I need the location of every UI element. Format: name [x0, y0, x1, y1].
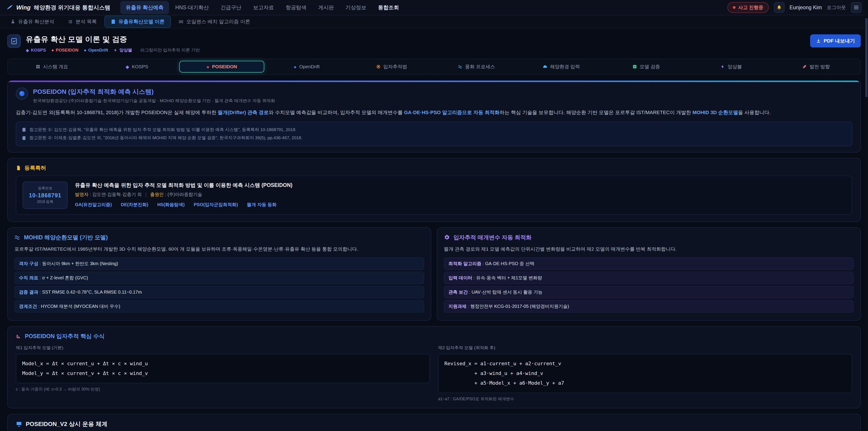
- nav-right: 사고 진행중 Eunjeong Kim 로그아웃: [727, 2, 862, 13]
- wing-logo-icon: [6, 4, 13, 11]
- inventor-value: 김도연·김용혁·김충기 외: [92, 192, 142, 197]
- tag-drifter: 뜰개 자동 동화: [247, 202, 277, 208]
- section-tab-validation[interactable]: 모델 검증: [604, 60, 689, 73]
- grid-icon: [36, 64, 40, 69]
- highlight-mohid: MOHID 3D 순환모델: [692, 110, 738, 115]
- main-menu: 유출유 확산예측 HNS·대기확산 긴급구난 보고자료 항공탐색 게시판 기상정…: [120, 1, 404, 14]
- patent-detail: 등록번호 10-1868791 2018 등록 유출유 확산 예측을 위한 입자…: [16, 176, 852, 215]
- tab-label: 오일펜스 배치 알고리즘 이론: [186, 18, 250, 25]
- optimization-card-title: 입자추적 매개변수 자동 최적화: [444, 234, 854, 241]
- optimization-description: 뜰개 관측 경로와 제1 모델 예측값의 단위시간별 변화량을 비교하여 제2 …: [444, 245, 854, 253]
- notifications-button[interactable]: [774, 2, 784, 13]
- formula-2-code: Revised_x = a1·current_u + a2·current_v …: [438, 354, 852, 393]
- formula-1-caption: c : 풍속 가중치 (예: c=0.3 → 바람의 30% 반영): [16, 387, 430, 392]
- tab-model-theory[interactable]: 유출유확산모델 이론: [104, 16, 171, 28]
- alert-dot-icon: [733, 6, 736, 9]
- bell-icon: [776, 4, 782, 10]
- brand[interactable]: Wing 해양환경 위기대응 통합시스템: [6, 4, 110, 11]
- poseidon-badge: ●POSEIDON: [51, 48, 79, 53]
- brand-wing: Wing: [16, 4, 31, 11]
- dot-icon: ●: [84, 48, 86, 53]
- references-box: 참고문헌 ①: 김도연·김용혁, "유출유 확산 예측을 위한 입자 추적 모델…: [16, 122, 852, 146]
- formula-model-1: 제1 입자추적 모델 (기본) Model_x = Δt × current_u…: [16, 345, 430, 402]
- applicant-value: (주)아라종합기술: [167, 192, 202, 197]
- patent-algorithm-tags: GA(유전알고리즘) DE(차분진화) HS(화음탐색) PSO(입자군집최적화…: [75, 202, 292, 208]
- applicant-label: 출원인: [150, 192, 167, 197]
- hamburger-menu-button[interactable]: [851, 2, 862, 13]
- user-name: Eunjeong Kim: [789, 4, 822, 11]
- tab-label: 유출유확산모델 이론: [119, 18, 164, 25]
- nav-item-aerial[interactable]: 항공탐색: [280, 1, 312, 14]
- scrollbar-thumb[interactable]: [865, 18, 868, 97]
- section-tabs: 시스템 개요 ◆ KOSPS ● POSEIDON ● OpenDrift 입자…: [7, 59, 861, 75]
- section-tab-kosps[interactable]: ◆ KOSPS: [94, 61, 180, 72]
- nav-item-board[interactable]: 게시판: [313, 1, 339, 14]
- tag-pso: PSO(입자군집최적화): [194, 202, 238, 208]
- page-header: 유출유 확산 모델 이론 및 검증 ◆KOSPS ●POSEIDON ●Open…: [0, 29, 868, 57]
- wave-icon: [458, 64, 463, 69]
- spec-row: 최적화 알고리즘GA·DE·HS·PSO 중 선택: [444, 257, 854, 270]
- registration-number: 10-1868791: [29, 192, 61, 199]
- section-tab-particle-tracking[interactable]: 입자추적법: [349, 60, 434, 73]
- spec-row: 관측 보간UAV·선박 탑재 센서 동시 활용 가능: [444, 286, 854, 298]
- highlight-algorithms: GA·DE·HS·PSO 알고리즘으로 자동 최적화: [404, 110, 500, 115]
- target-icon: [376, 64, 381, 69]
- nav-item-rescue[interactable]: 긴급구난: [215, 1, 247, 14]
- mohid-card: MOHID 해양순환모델 (기반 모델) 포르투갈 IST/MARETEC에서 …: [7, 227, 431, 321]
- spec-row: 경계조건HYCOM 재분석 (MYOCEAN 대비 우수): [14, 300, 424, 313]
- model-doc-icon: [7, 34, 21, 48]
- spec-row: 검증 결과SST RMSE 0.42~0.78°C, SLA RMSE 0.11…: [14, 286, 424, 298]
- diamond-icon: ◆: [125, 64, 129, 69]
- reference-2: 참고문헌 ②: 이재호·임별훈·김도연 외, "2016년 동아시아 해역의 M…: [22, 134, 846, 142]
- badge-row: ◆KOSPS ●POSEIDON ●OpenDrift 앙상블 라그랑지안 입자…: [26, 47, 200, 53]
- dot-icon: ●: [51, 48, 54, 53]
- patent-registration-badge: 등록번호 10-1868791 2018 등록: [23, 182, 68, 209]
- section-tab-overview[interactable]: 시스템 개요: [9, 60, 94, 73]
- spec-row: 지원과제행정안전부 KCG-01-2017-05 (해양경비지원기술): [444, 300, 854, 313]
- tab-spill-analysis[interactable]: 유출유 확산분석: [4, 16, 60, 27]
- operation-card: POSEIDON_V2 상시 운용 체계 외부 입력 자료 HYCOM 해류·수…: [7, 414, 861, 431]
- kosps-badge: ◆KOSPS: [26, 48, 46, 53]
- nav-item-integrated-search[interactable]: 통합조회: [373, 1, 404, 14]
- section-tab-poseidon[interactable]: ● POSEIDON: [179, 61, 264, 72]
- hamburger-icon: [853, 4, 859, 10]
- pdf-export-button[interactable]: PDF 내보내기: [810, 34, 861, 48]
- section-tab-ocean-input[interactable]: 해양환경 입력: [519, 60, 604, 73]
- monitor-icon: [16, 421, 22, 427]
- planet-icon: [16, 88, 28, 100]
- nav-item-weather[interactable]: 기상정보: [340, 1, 372, 14]
- set-square-icon: [16, 334, 21, 339]
- page-subtitle: 라그랑지안 입자추적 이론 기반: [141, 47, 200, 53]
- list-icon: [68, 19, 73, 24]
- formula-model-2: 제2 입자추적 모델 (최적화 후) Revised_x = a1·curren…: [438, 345, 852, 402]
- tag-hs: HS(화음탐색): [157, 202, 185, 208]
- nav-item-reports[interactable]: 보고자료: [248, 1, 279, 14]
- flask-icon: [10, 19, 16, 24]
- section-tab-roadmap[interactable]: 발전 방향: [774, 60, 859, 73]
- download-icon: [816, 38, 821, 43]
- boom-barrier-icon: [179, 19, 184, 24]
- section-tab-weathering[interactable]: 풍화 프로세스: [434, 60, 519, 73]
- page-scrollbar[interactable]: [865, 0, 868, 431]
- section-tab-ensemble[interactable]: 앙상블: [689, 60, 774, 73]
- book-icon: [22, 136, 26, 140]
- nav-item-oil-spill[interactable]: 유출유 확산예측: [120, 1, 169, 14]
- section-tab-opendrift[interactable]: ● OpenDrift: [264, 61, 349, 72]
- mohid-card-title: MOHID 해양순환모델 (기반 모델): [14, 234, 424, 241]
- inventor-label: 발명자: [75, 192, 92, 197]
- book-icon: [22, 127, 26, 132]
- highlight-drifter: 뜰개(Drifter) 관측 경로: [218, 110, 269, 115]
- patent-meta: 발명자김도연·김용혁·김충기 외|출원인(주)아라종합기술: [75, 191, 292, 197]
- nav-item-hns[interactable]: HNS·대기확산: [170, 1, 214, 14]
- tab-boom-algorithm-theory[interactable]: 오일펜스 배치 알고리즘 이론: [173, 16, 256, 27]
- dot-icon: ●: [206, 64, 209, 69]
- formula-1-label: 제1 입자추적 모델 (기본): [16, 345, 430, 351]
- title-block: 유출유 확산 모델 이론 및 검증 ◆KOSPS ●POSEIDON ●Open…: [26, 34, 200, 53]
- tab-analysis-list[interactable]: 분석 목록: [62, 16, 103, 27]
- mohid-description: 포르투갈 IST/MARETEC에서 1985년부터 개발한 3D 수치 해양순…: [14, 245, 424, 253]
- app-window: Wing 해양환경 위기대응 통합시스템 유출유 확산예측 HNS·대기확산 긴…: [0, 0, 868, 431]
- incident-status-badge: 사고 진행중: [727, 2, 769, 13]
- patent-card-header: 등록특허: [8, 158, 860, 176]
- spec-row: 수직 좌표σ + Z-level 혼합 (GVC): [14, 272, 424, 284]
- logout-button[interactable]: 로그아웃: [827, 4, 846, 11]
